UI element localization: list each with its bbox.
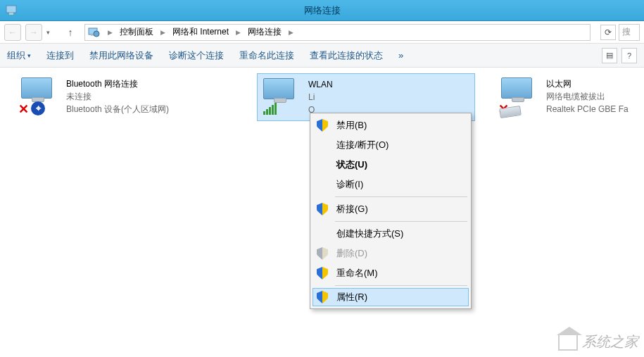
nav-up-button[interactable]: ↑ xyxy=(63,25,77,39)
chevron-right-icon[interactable]: ▶ xyxy=(233,29,244,36)
chevron-right-icon[interactable]: ▶ xyxy=(158,29,168,36)
breadcrumb-item[interactable]: 网络和 Internet xyxy=(170,25,232,39)
connection-name: WLAN xyxy=(308,78,333,91)
view-options-button[interactable]: ▤ xyxy=(602,48,617,63)
location-icon xyxy=(88,26,101,39)
connection-device: Realtek PCIe GBE Fa xyxy=(546,103,629,115)
refresh-button[interactable]: ⟳ xyxy=(600,25,616,40)
window-icon xyxy=(6,4,18,17)
menu-separator xyxy=(335,285,467,286)
connection-item-bluetooth[interactable]: ✕ ⌖ Bluetooth 网络连接 未连接 Bluetooth 设备(个人区域… xyxy=(15,73,234,120)
chevron-right-icon[interactable]: ▶ xyxy=(286,29,296,36)
shield-icon xyxy=(315,118,329,132)
shield-icon xyxy=(315,202,329,216)
menu-diagnose[interactable]: 诊断(I) xyxy=(312,175,469,194)
shield-icon xyxy=(315,266,329,280)
menu-properties[interactable]: 属性(R) xyxy=(312,288,469,306)
connection-name: Bluetooth 网络连接 xyxy=(66,77,169,90)
svg-rect-1 xyxy=(9,13,13,15)
nav-forward-button[interactable]: → xyxy=(25,24,42,41)
connection-name: 以太网 xyxy=(546,77,629,90)
connection-icon xyxy=(263,78,303,113)
menu-rename[interactable]: 重命名(M) xyxy=(312,263,469,283)
menu-separator xyxy=(335,221,467,222)
chevron-right-icon[interactable]: ▶ xyxy=(105,29,115,36)
menu-create-shortcut[interactable]: 创建快捷方式(S) xyxy=(312,224,469,244)
wifi-signal-icon xyxy=(263,103,277,115)
breadcrumb-item[interactable]: 控制面板 xyxy=(117,25,156,39)
help-button[interactable]: ? xyxy=(621,48,637,63)
bluetooth-icon: ⌖ xyxy=(31,101,45,115)
context-menu: 禁用(B) 连接/断开(O) 状态(U) 诊断(I) 桥接(G) 创建快捷方式(… xyxy=(310,113,472,309)
window-title: 网络连接 xyxy=(304,4,341,17)
menu-delete: 删除(D) xyxy=(312,244,469,263)
search-input[interactable]: 搜 xyxy=(619,24,640,41)
breadcrumb[interactable]: ▶ 控制面板 ▶ 网络和 Internet ▶ 网络连接 ▶ xyxy=(84,24,591,41)
menu-connect-disconnect[interactable]: 连接/断开(O) xyxy=(312,135,469,155)
ethernet-cable-icon xyxy=(499,106,522,118)
menu-status[interactable]: 状态(U) xyxy=(312,155,469,175)
connection-icon: ✕ xyxy=(501,77,541,113)
breadcrumb-item[interactable]: 网络连接 xyxy=(245,25,284,39)
toolbar-diagnose[interactable]: 诊断这个连接 xyxy=(169,49,224,62)
toolbar-organize[interactable]: 组织▾ xyxy=(7,49,31,62)
menu-disable[interactable]: 禁用(B) xyxy=(312,115,469,135)
toolbar-connect[interactable]: 连接到 xyxy=(46,49,74,62)
connection-item-ethernet[interactable]: ✕ 以太网 网络电缆被拔出 Realtek PCIe GBE Fa xyxy=(495,73,636,120)
nav-history-dropdown[interactable]: ▾ xyxy=(46,29,56,36)
toolbar-more[interactable]: » xyxy=(398,50,403,61)
disconnected-x-icon: ✕ xyxy=(17,103,30,115)
svg-point-4 xyxy=(94,31,99,37)
nav-back-button[interactable]: ← xyxy=(4,24,21,41)
connection-status: Li xyxy=(308,91,333,104)
connection-status: 未连接 xyxy=(66,90,169,103)
menu-bridge[interactable]: 桥接(G) xyxy=(312,199,469,219)
svg-rect-0 xyxy=(6,6,16,13)
connection-status: 网络电缆被拔出 xyxy=(546,90,629,103)
menu-separator xyxy=(335,196,467,197)
connection-device: Bluetooth 设备(个人区域网) xyxy=(66,103,169,115)
connection-icon: ✕ ⌖ xyxy=(21,77,61,113)
watermark-house-icon xyxy=(558,334,578,351)
toolbar-rename[interactable]: 重命名此连接 xyxy=(239,49,294,62)
window-titlebar: 网络连接 xyxy=(0,0,644,21)
watermark: 系统之家 xyxy=(558,332,638,351)
shield-icon xyxy=(315,290,329,304)
navigation-bar: ← → ▾ ↑ ▶ 控制面板 ▶ 网络和 Internet ▶ 网络连接 ▶ ⟳… xyxy=(0,21,644,44)
toolbar-view-status[interactable]: 查看此连接的状态 xyxy=(310,49,383,62)
shield-icon xyxy=(315,246,329,261)
toolbar: 组织▾ 连接到 禁用此网络设备 诊断这个连接 重命名此连接 查看此连接的状态 »… xyxy=(0,44,644,68)
toolbar-disable[interactable]: 禁用此网络设备 xyxy=(89,49,153,62)
